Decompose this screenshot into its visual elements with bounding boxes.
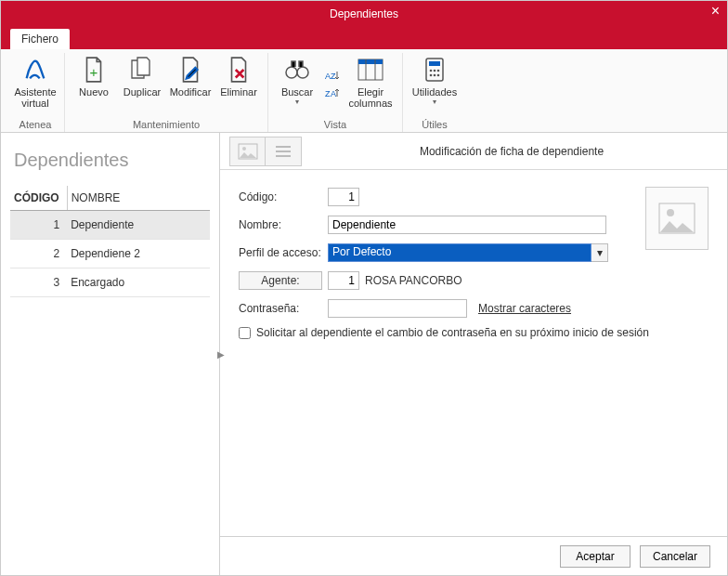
- profile-select[interactable]: Por Defecto ▾: [328, 243, 608, 262]
- title-bar: Dependientes ×: [1, 1, 727, 27]
- dialog-footer: Aceptar Cancelar: [220, 536, 727, 575]
- tab-fichero[interactable]: Fichero: [10, 29, 70, 49]
- close-icon[interactable]: ×: [711, 3, 720, 20]
- delete-button[interactable]: Eliminar: [215, 53, 262, 99]
- left-pane: Dependientes CÓDIGO NOMBRE 1 Dependiente…: [1, 133, 220, 575]
- show-chars-link[interactable]: Mostrar caracteres: [478, 302, 571, 315]
- duplicate-icon: [127, 55, 157, 85]
- svg-point-12: [434, 70, 436, 72]
- utilities-button[interactable]: Utilidades ▾: [409, 53, 461, 108]
- ribbon-group-view: Buscar ▾ AZ ZA Elegir columnas Vista: [268, 53, 403, 132]
- new-button[interactable]: + Nuevo: [71, 53, 117, 99]
- label-password: Contraseña:: [239, 302, 328, 315]
- svg-point-1: [286, 67, 297, 78]
- group-label-view: Vista: [324, 119, 346, 132]
- label-profile: Perfil de acceso:: [239, 246, 328, 259]
- name-field[interactable]: [328, 216, 606, 234]
- calculator-icon: [420, 55, 449, 85]
- svg-point-20: [667, 209, 674, 216]
- agent-code-field[interactable]: [328, 271, 359, 290]
- force-change-label: Solicitar al dependiente el cambio de co…: [256, 326, 649, 339]
- table-row[interactable]: 1 Dependiente: [10, 211, 210, 240]
- new-icon: +: [79, 55, 109, 85]
- svg-point-15: [434, 74, 436, 77]
- svg-point-2: [297, 67, 308, 78]
- cancel-button[interactable]: Cancelar: [640, 545, 710, 568]
- ribbon-group-utils: Utilidades ▾ Útiles: [403, 53, 466, 132]
- detail-header: Modificación de ficha de dependiente: [220, 133, 727, 170]
- svg-point-11: [430, 70, 433, 72]
- col-code[interactable]: CÓDIGO: [10, 186, 67, 211]
- agent-button[interactable]: Agente:: [239, 271, 322, 290]
- group-label-atenea: Atenea: [20, 119, 52, 132]
- alpha-icon: [20, 55, 50, 85]
- agent-name: ROSA PANCORBO: [365, 274, 462, 287]
- svg-point-14: [430, 74, 433, 77]
- detail-form: Código: Nombre: Perfil de acceso: Por De…: [220, 170, 727, 356]
- table-row[interactable]: 2 Dependiene 2: [10, 240, 210, 268]
- label-code: Código:: [239, 190, 328, 203]
- view-image-button[interactable]: [230, 137, 266, 165]
- group-label-maintenance: Mantenimiento: [133, 119, 200, 132]
- code-field[interactable]: [328, 188, 359, 206]
- view-toggle: [229, 137, 302, 166]
- list-heading: Dependientes: [14, 150, 206, 171]
- col-name[interactable]: NOMBRE: [67, 186, 210, 211]
- right-pane: Modificación de ficha de dependiente Cód…: [220, 133, 727, 575]
- detail-title: Modificación de ficha de dependiente: [306, 145, 718, 158]
- sort-desc-button[interactable]: ZA: [322, 85, 343, 101]
- choose-columns-button[interactable]: Elegir columnas: [344, 53, 396, 111]
- modify-icon: [176, 55, 205, 85]
- search-button[interactable]: Buscar ▾: [274, 53, 320, 111]
- svg-text:Z: Z: [331, 72, 336, 81]
- ribbon-group-atenea: Asistente virtual Atenea: [6, 53, 65, 132]
- photo-placeholder[interactable]: [645, 187, 708, 250]
- svg-point-13: [437, 70, 440, 72]
- sort-buttons: AZ ZA: [322, 53, 343, 111]
- profile-value: Por Defecto: [328, 243, 592, 262]
- svg-point-16: [437, 74, 440, 77]
- sort-asc-button[interactable]: AZ: [322, 67, 343, 84]
- table-row[interactable]: 3 Encargado: [10, 268, 210, 297]
- dependents-table: CÓDIGO NOMBRE 1 Dependiente 2 Dependiene…: [10, 186, 210, 297]
- svg-text:+: +: [90, 64, 98, 80]
- view-list-button[interactable]: [266, 137, 301, 165]
- assistant-button[interactable]: Asistente virtual: [12, 53, 58, 111]
- tab-strip: Fichero: [1, 27, 727, 49]
- group-label-utils: Útiles: [422, 119, 448, 132]
- force-change-checkbox[interactable]: [239, 327, 251, 339]
- svg-point-18: [242, 147, 246, 151]
- modify-button[interactable]: Modificar: [167, 53, 214, 99]
- svg-rect-10: [429, 61, 440, 66]
- ok-button[interactable]: Aceptar: [560, 545, 630, 568]
- main-area: Dependientes CÓDIGO NOMBRE 1 Dependiente…: [1, 133, 727, 575]
- delete-icon: [224, 55, 254, 85]
- assistant-label: Asistente virtual: [14, 86, 57, 109]
- duplicate-button[interactable]: Duplicar: [119, 53, 165, 99]
- columns-icon: [356, 55, 385, 85]
- binoculars-icon: [282, 55, 312, 85]
- ribbon-group-maintenance: + Nuevo Duplicar Modificar Eli: [65, 53, 268, 132]
- ribbon: Asistente virtual Atenea + Nuevo Duplica…: [1, 49, 727, 133]
- password-field[interactable]: [328, 299, 467, 318]
- chevron-down-icon[interactable]: ▾: [592, 243, 608, 262]
- label-name: Nombre:: [239, 218, 328, 231]
- svg-rect-8: [358, 59, 383, 64]
- window-title: Dependientes: [1, 7, 727, 20]
